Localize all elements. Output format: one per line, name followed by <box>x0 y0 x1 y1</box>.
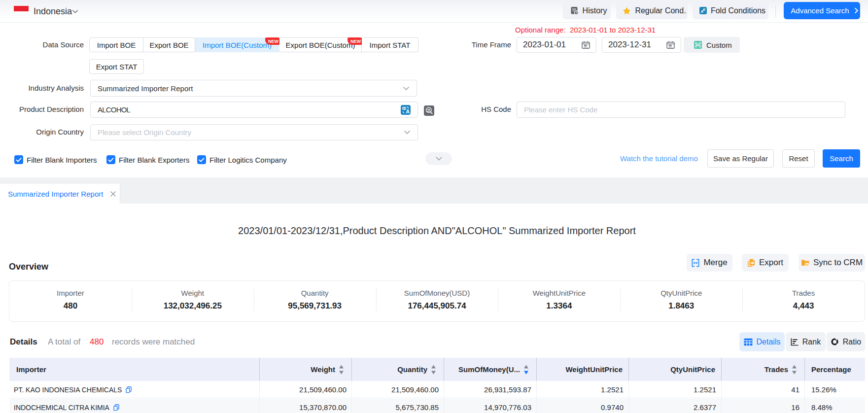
svg-text:A: A <box>406 108 410 114</box>
